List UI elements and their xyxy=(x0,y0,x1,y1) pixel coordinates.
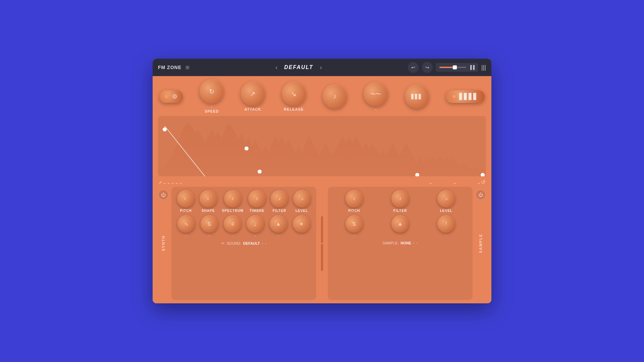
chevron-4[interactable]: ⌄ xyxy=(171,180,175,185)
sample-filter-group: FILTER xyxy=(391,190,409,213)
synth-pitch-group: PITCH xyxy=(177,190,195,213)
bottom-section: ✓ ⌄ ⌄ ⌄ ⌄ ⌄ ⌄ ⌄ ⌄ ↺ ⏻ SYNTH xyxy=(158,179,486,300)
grid-icon[interactable]: ⊞ xyxy=(185,65,190,70)
pencil-icon[interactable]: ✏ xyxy=(221,241,225,246)
waveform-display[interactable] xyxy=(158,116,486,176)
note-knob[interactable]: ♪ xyxy=(323,84,347,109)
sample-next-button[interactable]: › xyxy=(417,241,418,245)
synth-env1-knob[interactable]: ∿ xyxy=(177,215,195,233)
synth-filter-label: FILTER xyxy=(273,209,286,213)
chevron-8[interactable]: ⌄ xyxy=(453,180,457,185)
toggle-dot xyxy=(165,95,168,98)
envelope-dot-5[interactable] xyxy=(481,173,485,176)
synth-level-knob[interactable] xyxy=(293,190,311,207)
wave-knob-group: 〜〜 ⌄ xyxy=(364,82,388,111)
undo-button[interactable]: ↩ xyxy=(408,62,419,73)
envelope-dot-2[interactable] xyxy=(245,146,249,150)
divider xyxy=(319,187,325,300)
synth-env5-knob[interactable]: ▲ xyxy=(270,215,287,233)
chevron-5[interactable]: ⌄ xyxy=(175,180,179,185)
sample-pitch-knob[interactable] xyxy=(345,190,363,207)
sample-label: SAMPLE: xyxy=(383,241,399,245)
release-knob-wrap: ↘ xyxy=(282,82,306,106)
sound-prev-button[interactable]: ‹ xyxy=(262,241,263,245)
refresh-button[interactable]: ↺ xyxy=(481,179,485,185)
sample-env2-group: ▲ ⌄ xyxy=(391,215,409,237)
app-window: FM ZONE ⊞ ‹ DEFAULT › ↩ ↪ ▐▐ ||| xyxy=(153,59,491,303)
synth-env2-knob[interactable]: ⇅ xyxy=(201,215,218,233)
sample-prev-button[interactable]: ‹ xyxy=(413,241,415,245)
synth-footer: ✏ SOUND: DEFAULT ‹ › xyxy=(175,240,312,246)
synth-spectrum-knob[interactable] xyxy=(224,190,241,207)
bars-knob-wrap: ▋▋▋ xyxy=(405,84,429,109)
mixer-toggle[interactable]: ▋▋▋▋ xyxy=(446,90,485,103)
sample-env3-knob[interactable]: ! xyxy=(437,215,455,233)
synth-env5-group: ▲ ⌄ xyxy=(270,215,287,237)
sample-env2-knob[interactable]: ▲ xyxy=(391,215,409,233)
prev-preset-button[interactable]: ‹ xyxy=(275,64,277,71)
volume-slider[interactable] xyxy=(439,67,466,68)
synth-label: SYNTH xyxy=(160,233,167,254)
attack-knob[interactable]: ↗ xyxy=(241,82,265,106)
chevron-3[interactable]: ⌄ xyxy=(167,180,171,185)
synth-env4-knob[interactable]: ♩ xyxy=(247,215,264,233)
sample-pitch-label: PITCH xyxy=(348,209,360,213)
header-nav: ‹ DEFAULT › xyxy=(194,64,404,71)
note-knob-group: ♪ xyxy=(323,84,347,109)
redo-button[interactable]: ↪ xyxy=(422,62,433,73)
menu-icon[interactable]: ||| xyxy=(481,64,486,71)
settings-icon: ⚙ xyxy=(172,93,177,100)
speed-dropdown[interactable]: ⌄ xyxy=(210,104,213,108)
sample-level-group: LEVEL xyxy=(437,190,455,213)
synth-timbre-group: TIMBRE xyxy=(248,190,266,213)
wave-knob[interactable]: 〜〜 xyxy=(364,82,388,106)
sample-level-knob[interactable] xyxy=(437,190,455,207)
synth-timbre-knob[interactable] xyxy=(248,190,266,207)
synth-timbre-label: TIMBRE xyxy=(250,209,264,213)
synth-level-label: LEVEL xyxy=(296,209,308,213)
chevron-6[interactable]: ⌄ xyxy=(179,180,183,185)
bars-knob[interactable]: ▋▋▋ xyxy=(405,84,429,109)
chevron-7[interactable]: ⌄ xyxy=(429,180,433,185)
synth-env6-knob[interactable]: ✦ xyxy=(293,215,310,233)
sample-power-button[interactable]: ⏻ xyxy=(475,189,486,200)
sample-effects-row: ⇅ ⌄ ▲ ⌄ ! xyxy=(332,215,469,237)
main-content: ⚙ ↻ ⌄ SPEED ↗ ATTACK xyxy=(153,76,491,303)
sample-env1-knob[interactable]: ⇅ xyxy=(345,215,363,233)
envelope-dot-3[interactable] xyxy=(258,170,262,174)
envelope-dot-4[interactable] xyxy=(415,173,419,176)
header-controls: ↩ ↪ ▐▐ ||| xyxy=(408,62,486,73)
synth-env6-group: ✦ ⌄ xyxy=(293,215,310,237)
chevron-9[interactable]: ⌄ xyxy=(477,180,481,185)
wave-dropdown[interactable]: ⌄ xyxy=(374,107,377,111)
envelope-dot-1[interactable] xyxy=(163,127,167,131)
synth-env3-knob[interactable]: -2 xyxy=(224,215,241,233)
sample-level-label: LEVEL xyxy=(440,209,452,213)
synth-pitch-knob[interactable] xyxy=(177,190,195,207)
settings-toggle[interactable]: ⚙ xyxy=(159,90,183,103)
mixer-dot xyxy=(452,95,456,98)
active-chevron[interactable]: ✓ xyxy=(159,180,163,185)
synth-knobs-row: PITCH SHAPE SPECTRUM xyxy=(175,190,312,213)
synth-power-button[interactable]: ⏻ xyxy=(158,189,169,200)
sample-env3-group: ! ⌄ xyxy=(437,215,455,237)
sample-footer: SAMPLE: NONE ‹ › xyxy=(332,240,469,246)
synth-filter-knob[interactable] xyxy=(271,190,288,207)
sample-env1-group: ⇅ ⌄ xyxy=(345,215,363,237)
slider-icon: ▐▐ xyxy=(469,65,475,70)
chevron-2[interactable]: ⌄ xyxy=(163,180,167,185)
bars-knob-group: ▋▋▋ xyxy=(405,84,429,109)
mixer-icon: ▋▋▋▋ xyxy=(459,93,478,100)
sound-next-button[interactable]: › xyxy=(265,241,266,245)
left-side: ⏻ SYNTH xyxy=(158,187,169,300)
sound-label: SOUND: xyxy=(227,241,241,245)
speed-knob[interactable]: ↻ xyxy=(200,79,224,104)
release-knob[interactable]: ↘ xyxy=(282,82,306,106)
sample-filter-knob[interactable] xyxy=(391,190,409,207)
attack-knob-wrap: ↗ xyxy=(241,82,265,106)
header: FM ZONE ⊞ ‹ DEFAULT › ↩ ↪ ▐▐ ||| xyxy=(153,59,491,76)
app-title: FM ZONE xyxy=(158,65,181,70)
next-preset-button[interactable]: › xyxy=(320,64,322,71)
speed-label: SPEED xyxy=(205,109,219,113)
synth-shape-knob[interactable] xyxy=(200,190,217,207)
